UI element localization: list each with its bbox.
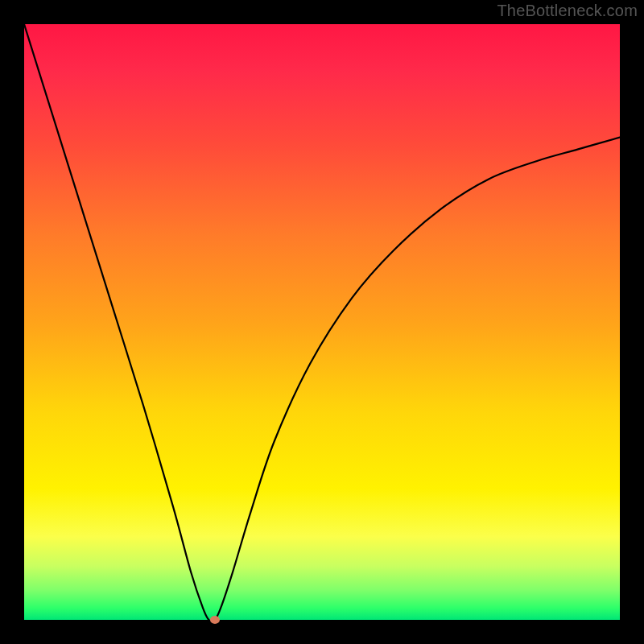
plot-area <box>24 24 620 620</box>
optimal-marker <box>210 616 220 624</box>
chart-frame: TheBottleneck.com <box>0 0 644 644</box>
watermark-text: TheBottleneck.com <box>497 2 638 20</box>
bottleneck-curve <box>24 24 620 620</box>
